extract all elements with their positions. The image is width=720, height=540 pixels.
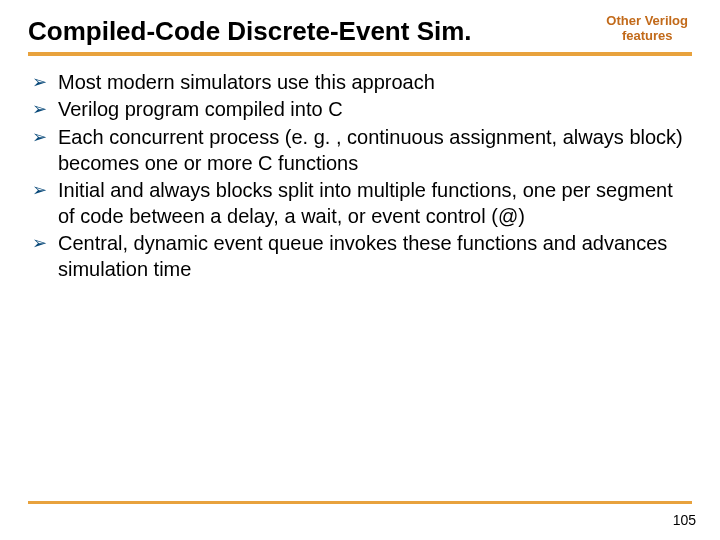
bullet-arrow-icon: ➢	[32, 178, 47, 202]
header-row: Compiled-Code Discrete-Event Sim. Other …	[28, 14, 692, 46]
list-item-text: Verilog program compiled into C	[58, 98, 343, 120]
footer-divider	[28, 501, 692, 504]
list-item-text: Most modern simulators use this approach	[58, 71, 435, 93]
list-item-text: Initial and always blocks split into mul…	[58, 179, 673, 227]
bullet-arrow-icon: ➢	[32, 125, 47, 149]
bullet-arrow-icon: ➢	[32, 231, 47, 255]
list-item-text: Central, dynamic event queue invokes the…	[58, 232, 667, 280]
list-item-text: Each concurrent process (e. g. , continu…	[58, 126, 683, 174]
title-divider	[28, 52, 692, 56]
bullet-arrow-icon: ➢	[32, 97, 47, 121]
list-item: ➢ Verilog program compiled into C	[32, 97, 684, 123]
list-item: ➢ Most modern simulators use this approa…	[32, 70, 684, 96]
slide: Compiled-Code Discrete-Event Sim. Other …	[0, 0, 720, 540]
list-item: ➢ Each concurrent process (e. g. , conti…	[32, 125, 684, 176]
corner-label: Other Verilog features	[606, 14, 688, 44]
bullet-arrow-icon: ➢	[32, 70, 47, 94]
slide-title: Compiled-Code Discrete-Event Sim.	[28, 17, 472, 46]
bullet-list: ➢ Most modern simulators use this approa…	[28, 70, 692, 283]
list-item: ➢ Initial and always blocks split into m…	[32, 178, 684, 229]
corner-label-line1: Other Verilog	[606, 14, 688, 29]
list-item: ➢ Central, dynamic event queue invokes t…	[32, 231, 684, 282]
page-number: 105	[673, 512, 696, 528]
corner-label-line2: features	[606, 29, 688, 44]
